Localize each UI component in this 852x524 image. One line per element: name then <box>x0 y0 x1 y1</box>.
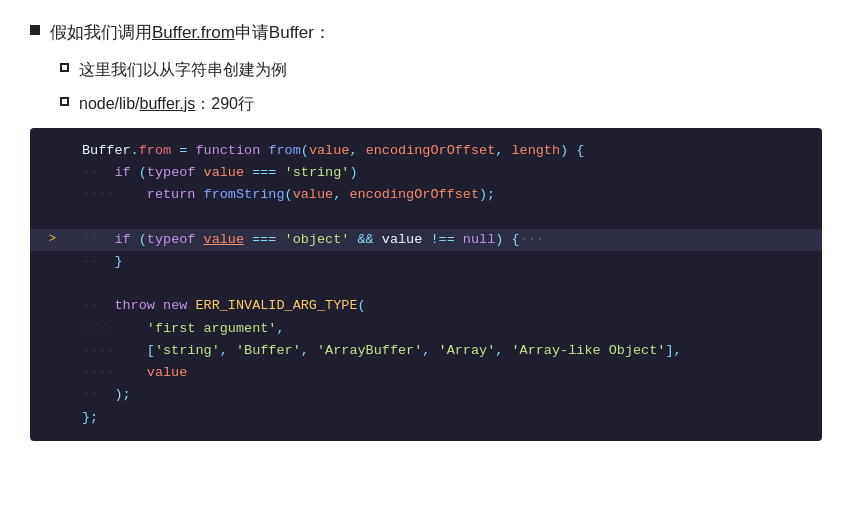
code-content-4 <box>82 206 806 228</box>
sub-item-2: node/lib/buffer.js：290行 <box>60 92 822 116</box>
code-line-6: ·· } <box>30 251 822 273</box>
code-content-10: ···· ['string', 'Buffer', 'ArrayBuffer',… <box>82 340 806 362</box>
code-content-13: }; <box>82 407 806 429</box>
code-block[interactable]: Buffer.from = function from(value, encod… <box>30 128 822 441</box>
code-content-2: ·· if (typeof value === 'string') <box>82 162 806 184</box>
code-line-13: }; <box>30 407 822 429</box>
code-line-2: ·· if (typeof value === 'string') <box>30 162 822 184</box>
code-line-1: Buffer.from = function from(value, encod… <box>30 140 822 162</box>
code-content-9: ···· 'first argument', <box>82 318 806 340</box>
code-content-3: ···· return fromString(value, encodingOr… <box>82 184 806 206</box>
main-bullet-text: 假如我们调用Buffer.from申请Buffer： <box>50 20 331 46</box>
code-content-11: ···· value <box>82 362 806 384</box>
code-line-7 <box>30 273 822 295</box>
code-content-8: ·· throw new ERR_INVALID_ARG_TYPE( <box>82 295 806 317</box>
sub-square-icon-2 <box>60 97 69 106</box>
code-line-3: ···· return fromString(value, encodingOr… <box>30 184 822 206</box>
code-content-5: ·· if (typeof value === 'object' && valu… <box>82 229 806 251</box>
code-line-9: ···· 'first argument', <box>30 318 822 340</box>
gutter-5: > <box>30 230 66 250</box>
code-line-11: ···· value <box>30 362 822 384</box>
code-line-10: ···· ['string', 'Buffer', 'ArrayBuffer',… <box>30 340 822 362</box>
inline-code-buffer-from: Buffer.from <box>152 23 235 42</box>
sub-item-text-1: 这里我们以从字符串创建为例 <box>79 58 287 82</box>
sub-item-1: 这里我们以从字符串创建为例 <box>60 58 822 82</box>
code-line-12: ·· ); <box>30 384 822 406</box>
bullet-square-icon <box>30 25 40 35</box>
main-bullet: 假如我们调用Buffer.from申请Buffer： <box>30 20 822 46</box>
code-line-4 <box>30 206 822 228</box>
code-line-5: > ·· if (typeof value === 'object' && va… <box>30 229 822 251</box>
sub-item-text-2: node/lib/buffer.js：290行 <box>79 92 254 116</box>
code-line-8: ·· throw new ERR_INVALID_ARG_TYPE( <box>30 295 822 317</box>
sub-list: 这里我们以从字符串创建为例 node/lib/buffer.js：290行 <box>60 58 822 116</box>
code-content-1: Buffer.from = function from(value, encod… <box>82 140 806 162</box>
inline-code-bufferjs: buffer.js <box>140 95 196 112</box>
code-content-6: ·· } <box>82 251 806 273</box>
code-content-12: ·· ); <box>82 384 806 406</box>
sub-square-icon-1 <box>60 63 69 72</box>
code-content-7 <box>82 273 806 295</box>
